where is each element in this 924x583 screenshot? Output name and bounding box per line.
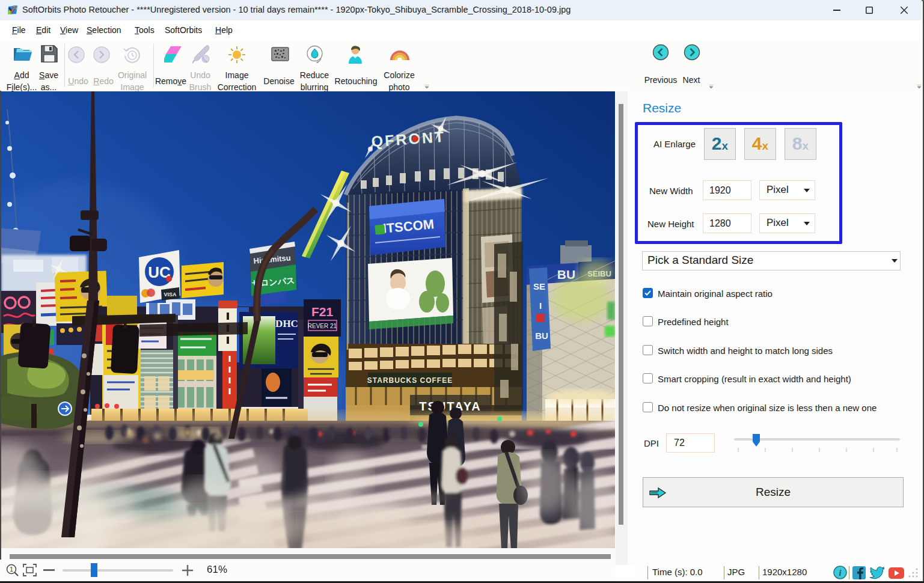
svg-text:i: i (839, 569, 842, 578)
svg-text:STARBUCKS COFFEE: STARBUCKS COFFEE (367, 376, 453, 385)
svg-text:F21: F21 (311, 305, 334, 319)
svg-text:1: 1 (10, 566, 13, 573)
svg-text:BU: BU (535, 331, 548, 341)
svg-text:VISA: VISA (164, 292, 177, 298)
svg-text:I: I (539, 301, 542, 311)
svg-text:DHC: DHC (275, 318, 298, 329)
svg-text:REVER 21: REVER 21 (308, 323, 337, 329)
svg-text:SE: SE (533, 281, 545, 292)
